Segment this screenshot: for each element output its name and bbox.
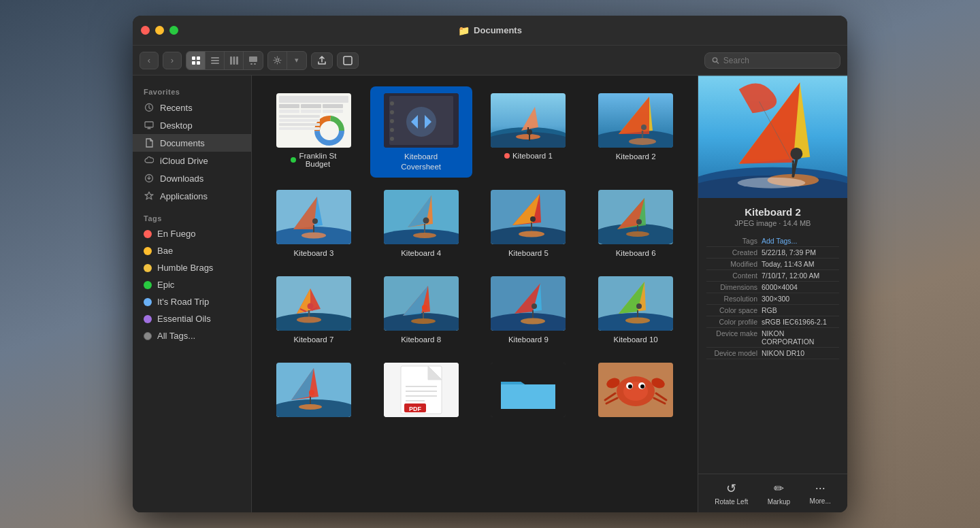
svg-point-15	[713, 57, 717, 61]
meta-device-make: Device make NIKONCORPORATION	[706, 328, 839, 348]
back-button[interactable]: ‹	[140, 52, 159, 69]
more-button[interactable]: ··· More...	[810, 481, 831, 506]
road-trip-dot	[144, 298, 152, 306]
svg-point-37	[390, 101, 394, 105]
rotate-left-button[interactable]: ↺ Rotate Left	[715, 481, 748, 506]
desktop-label: Desktop	[160, 120, 193, 131]
view-options-button[interactable]	[268, 52, 287, 69]
svg-point-110	[628, 384, 632, 389]
file-area[interactable]: Franklin StBudget	[252, 76, 698, 512]
meta-device-model: Device model NIKON DR10	[706, 348, 839, 359]
main-content: Favorites Recents Desktop	[133, 76, 847, 512]
file-item-franklin[interactable]: Franklin StBudget	[263, 86, 365, 178]
sidebar-tag-epic[interactable]: Epic	[133, 276, 251, 293]
svg-rect-14	[344, 56, 352, 65]
sidebar-item-desktop[interactable]: Desktop	[133, 116, 251, 134]
share-icon	[317, 56, 327, 65]
downloads-label: Downloads	[160, 174, 203, 184]
kiteboard9-thumbnail	[491, 276, 566, 331]
file-item-kiteboard11[interactable]	[263, 356, 365, 427]
file-item-folder[interactable]	[478, 356, 580, 427]
file-item-kiteboard5[interactable]: Kiteboard 5	[478, 183, 580, 264]
sidebar-item-icloud[interactable]: iCloud Drive	[133, 152, 251, 169]
svg-point-41	[390, 137, 394, 141]
svg-point-60	[413, 233, 436, 238]
svg-rect-11	[250, 63, 252, 65]
device-make-label: Device make	[706, 329, 757, 346]
rotate-left-label: Rotate Left	[715, 498, 748, 506]
sidebar-item-downloads[interactable]: Downloads	[133, 169, 251, 187]
traffic-lights	[141, 26, 178, 35]
file-item-creature[interactable]	[585, 356, 687, 427]
sidebar-item-documents[interactable]: Documents	[133, 134, 251, 152]
file-item-kiteboard4[interactable]: Kiteboard 4	[370, 183, 472, 264]
meta-dimensions: Dimensions 6000×4004	[706, 282, 839, 293]
svg-rect-24	[323, 104, 343, 108]
sidebar-tag-en-fuego[interactable]: En Fuego	[133, 225, 251, 242]
file-item-kiteboard1[interactable]: Kiteboard 1	[478, 86, 580, 178]
add-tags-value[interactable]: Add Tags...	[762, 237, 839, 245]
list-view-button[interactable]	[206, 52, 225, 69]
file-item-kiteboard6[interactable]: Kiteboard 6	[585, 183, 687, 264]
svg-rect-27	[323, 110, 343, 113]
preview-title: Kiteboard 2	[706, 206, 839, 218]
file-item-kiteboard2[interactable]: Kiteboard 2	[585, 86, 687, 178]
file-item-coversheet[interactable]: KiteboardCoversheet	[370, 86, 472, 178]
svg-rect-22	[279, 104, 299, 108]
gallery-view-button[interactable]	[244, 52, 263, 69]
sidebar-tag-bae[interactable]: Bae	[133, 242, 251, 259]
humble-brags-dot	[144, 264, 152, 272]
file-item-kiteboard9[interactable]: Kiteboard 9	[478, 269, 580, 350]
kiteboard5-name: Kiteboard 5	[508, 248, 549, 259]
gear-dropdown-button[interactable]: ▾	[287, 52, 306, 69]
back-icon: ‹	[148, 55, 150, 65]
folder-thumbnail	[491, 363, 566, 417]
minimize-button[interactable]	[155, 26, 164, 35]
essential-oils-dot	[144, 315, 152, 323]
svg-rect-23	[301, 104, 321, 108]
svg-point-79	[422, 305, 427, 310]
svg-point-52	[629, 138, 656, 145]
sidebar-item-recents[interactable]: Recents	[133, 99, 251, 116]
icon-view-button[interactable]	[186, 52, 206, 69]
meta-colorprofile: Color profile sRGB IEC61966-2.1	[706, 316, 839, 328]
meta-resolution: Resolution 300×300	[706, 293, 839, 305]
svg-point-82	[521, 318, 545, 324]
file-item-kiteboard8[interactable]: Kiteboard 8	[370, 269, 472, 350]
svg-point-65	[530, 216, 536, 222]
sidebar-item-applications[interactable]: Applications	[133, 187, 251, 205]
coversheet-name: KiteboardCoversheet	[401, 152, 441, 172]
kiteboard10-name: Kiteboard 10	[614, 335, 658, 345]
svg-rect-26	[301, 110, 321, 113]
sidebar-tag-humble-brags[interactable]: Humble Brags	[133, 259, 251, 276]
file-item-pdf[interactable]: PDF	[370, 356, 472, 427]
quicklook-button[interactable]	[337, 52, 359, 69]
file-item-kiteboard3[interactable]: Kiteboard 3	[263, 183, 365, 264]
resolution-label: Resolution	[706, 295, 757, 303]
window-title: Documents	[474, 25, 522, 35]
maximize-button[interactable]	[169, 26, 178, 35]
svg-point-111	[640, 384, 644, 389]
meta-modified: Modified Today, 11:43 AM	[706, 259, 839, 270]
forward-button[interactable]: ›	[163, 52, 182, 69]
sidebar-tag-essential-oils[interactable]: Essential Oils	[133, 310, 251, 327]
search-bar[interactable]	[704, 52, 840, 69]
svg-rect-1	[197, 56, 200, 60]
preview-subtitle: JPEG image · 14.4 MB	[706, 219, 839, 227]
created-label: Created	[706, 248, 757, 257]
svg-rect-31	[279, 115, 320, 118]
franklin-status	[291, 157, 296, 163]
markup-button[interactable]: ✏ Markup	[768, 481, 790, 506]
file-item-kiteboard10[interactable]: Kiteboard 10	[585, 269, 687, 350]
svg-text:PDF: PDF	[409, 406, 422, 412]
svg-rect-9	[236, 56, 238, 65]
sidebar: Favorites Recents Desktop	[133, 76, 252, 512]
close-button[interactable]	[141, 26, 150, 35]
share-button[interactable]	[311, 52, 333, 69]
column-view-button[interactable]	[225, 52, 244, 69]
sidebar-tag-all-tags[interactable]: All Tags...	[133, 327, 251, 344]
sidebar-tag-road-trip[interactable]: It's Road Trip	[133, 293, 251, 310]
file-item-kiteboard7[interactable]: Kiteboard 7	[263, 269, 365, 350]
pdf-thumbnail: PDF	[384, 363, 459, 417]
search-input[interactable]	[723, 56, 833, 65]
